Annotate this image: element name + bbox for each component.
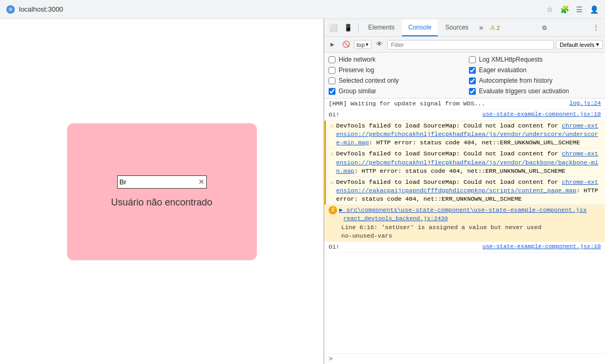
- cb-autocomplete-input[interactable]: [469, 77, 476, 84]
- devtools-panel: ⬜ 📱 Elements Console Sources » ⚠ 2 ⚙ ⋮ ▶…: [324, 19, 605, 364]
- warning-badge: ⚠ 2: [490, 24, 500, 31]
- log-entry-error2: 2 ▶ src\components\use-state-component\u…: [324, 205, 605, 242]
- warn-icon-2: ⚠: [330, 150, 334, 159]
- not-found-message: Usuário não encontrado: [111, 197, 212, 208]
- profile-icon[interactable]: 👤: [589, 5, 599, 14]
- console-filter-input[interactable]: [387, 40, 554, 50]
- cb-hide-network-input[interactable]: [329, 56, 335, 63]
- browser-icons: ☆ 🧩 ☰ 👤: [545, 5, 599, 14]
- console-prompt-icon: >: [329, 355, 333, 363]
- devtools-menu-icon[interactable]: ⋮: [589, 21, 603, 34]
- cb-hide-network-label: Hide network: [339, 56, 376, 63]
- warn-icon-3: ⚠: [330, 178, 334, 187]
- console-play-icon[interactable]: ▶: [326, 39, 338, 51]
- favicon-icon: ⚙: [6, 5, 15, 14]
- log-msg-error2-detail: Line 6:16: 'setUser' is assigned a value…: [341, 224, 542, 239]
- devtools-tab-bar: ⬜ 📱 Elements Console Sources » ⚠ 2 ⚙ ⋮: [324, 19, 605, 37]
- app-card: ✕ Usuário não encontrado: [67, 123, 257, 260]
- console-toolbar: ▶ 🚫 top ▾ 👁 Default levels ▾: [324, 37, 605, 53]
- console-log-area: [HMR] Waiting for update signal from WDS…: [324, 99, 605, 353]
- log-entry-warn1: ⚠ DevTools failed to load SourceMap: Cou…: [324, 121, 605, 149]
- log-levels-label: Default levels: [560, 42, 594, 48]
- warn3-link[interactable]: chrome-extension://eakacpaijcpapndcfffdg…: [336, 179, 598, 194]
- cb-preserve-log-input[interactable]: [329, 67, 335, 74]
- cb-selected-context-input[interactable]: [329, 77, 335, 84]
- log-msg-warn2: DevTools failed to load SourceMap: Could…: [336, 150, 601, 175]
- console-input[interactable]: [335, 356, 601, 363]
- main-area: ✕ Usuário não encontrado ⬜ 📱 Elements Co…: [0, 19, 605, 364]
- log-entry-oi1: Oi! use-state-example-component.jsx:10: [324, 110, 605, 121]
- warning-count: 2: [497, 25, 500, 31]
- warn1-link[interactable]: chrome-extension://pebcmofchocakhnljflec…: [336, 122, 598, 146]
- more-tabs-icon[interactable]: »: [476, 22, 486, 34]
- tab-elements[interactable]: Elements: [362, 19, 401, 36]
- error2-count-badge: 2: [329, 206, 337, 214]
- tab-separator: [358, 23, 359, 33]
- log-levels-chevron: ▾: [596, 41, 599, 48]
- extension-icon[interactable]: 🧩: [560, 5, 569, 14]
- menu-icon[interactable]: ☰: [574, 5, 584, 14]
- devtools-settings-icon[interactable]: ⚙: [539, 21, 550, 34]
- log-msg-warn1: DevTools failed to load SourceMap: Could…: [336, 122, 601, 147]
- search-input[interactable]: [117, 175, 207, 189]
- log-msg-oi1: Oi!: [329, 111, 478, 119]
- cb-selected-context-label: Selected context only: [339, 77, 399, 84]
- browser-viewport: ✕ Usuário não encontrado: [0, 19, 324, 364]
- console-input-row: >: [324, 353, 605, 364]
- cb-preserve-log-label: Preserve log: [339, 66, 374, 74]
- warning-icon: ⚠: [490, 24, 495, 31]
- log-entry-hmr: [HMR] Waiting for update signal from WDS…: [324, 99, 605, 110]
- cb-hide-network: Hide network: [329, 55, 460, 64]
- cb-selected-context: Selected context only: [329, 76, 460, 85]
- context-select-value: top: [357, 42, 364, 48]
- cb-group-similar-input[interactable]: [329, 88, 335, 95]
- cb-eval-triggers-input[interactable]: [469, 88, 476, 95]
- cb-log-xmlhttp-label: Log XMLHttpRequests: [479, 56, 543, 63]
- search-clear-button[interactable]: ✕: [198, 178, 205, 185]
- log-file-oi2[interactable]: use-state-example-component.jsx:10: [483, 243, 601, 251]
- device-icon[interactable]: 📱: [341, 21, 355, 35]
- cb-eval-triggers-label: Evaluate triggers user activation: [479, 87, 569, 95]
- cb-autocomplete: Autocomplete from history: [469, 76, 601, 85]
- log-entry-oi2: Oi! use-state-example-component.jsx:10: [324, 242, 605, 253]
- log-levels-dropdown[interactable]: Default levels ▾: [556, 40, 603, 49]
- context-select[interactable]: top ▾: [354, 40, 371, 49]
- eye-icon[interactable]: 👁: [373, 39, 385, 51]
- warn-icon-1: ⚠: [330, 122, 334, 131]
- tab-sources[interactable]: Sources: [439, 19, 475, 36]
- cb-log-xmlhttp-input[interactable]: [469, 56, 476, 63]
- cb-group-similar-label: Group similar: [339, 87, 376, 95]
- log-entry-warn2: ⚠ DevTools failed to load SourceMap: Cou…: [324, 149, 605, 176]
- url-bar: localhost:3000: [19, 5, 541, 13]
- log-file-hmr[interactable]: log.js:24: [570, 100, 601, 107]
- cb-eager-eval-input[interactable]: [469, 67, 476, 74]
- log-msg-warn3: DevTools failed to load SourceMap: Could…: [336, 178, 601, 203]
- log-entry-warn3: ⚠ DevTools failed to load SourceMap: Cou…: [324, 177, 605, 205]
- inspect-icon[interactable]: ⬜: [326, 21, 340, 35]
- context-select-chevron: ▾: [366, 41, 369, 48]
- browser-bar: ⚙ localhost:3000 ☆ 🧩 ☰ 👤: [0, 0, 605, 19]
- tab-console[interactable]: Console: [402, 19, 438, 36]
- star-icon[interactable]: ☆: [545, 5, 554, 14]
- search-wrapper: ✕: [117, 175, 207, 189]
- warn2-link[interactable]: chrome-extension://pebcmofchocakhnljflec…: [336, 150, 598, 174]
- cb-log-xmlhttp: Log XMLHttpRequests: [469, 55, 601, 64]
- log-msg-error2: ▶ src\components\use-state-component\use…: [339, 206, 601, 223]
- error2-backend-file[interactable]: react_devtools_backend.js:2430: [343, 215, 448, 222]
- console-settings-checkboxes: Hide network Log XMLHttpRequests Preserv…: [324, 53, 605, 99]
- cb-group-similar: Group similar: [329, 86, 460, 96]
- log-file-oi1[interactable]: use-state-example-component.jsx:10: [483, 111, 601, 119]
- error2-file-link[interactable]: ▶ src\components\use-state-component\use…: [339, 206, 587, 213]
- log-msg-oi2: Oi!: [329, 243, 478, 251]
- console-clear-icon[interactable]: 🚫: [340, 39, 352, 51]
- cb-preserve-log: Preserve log: [329, 65, 460, 75]
- cb-eager-eval-label: Eager evaluation: [479, 66, 526, 74]
- cb-eval-triggers: Evaluate triggers user activation: [469, 86, 601, 96]
- cb-autocomplete-label: Autocomplete from history: [479, 77, 552, 84]
- log-msg-hmr: [HMR] Waiting for update signal from WDS…: [329, 100, 565, 108]
- cb-eager-eval: Eager evaluation: [469, 65, 601, 75]
